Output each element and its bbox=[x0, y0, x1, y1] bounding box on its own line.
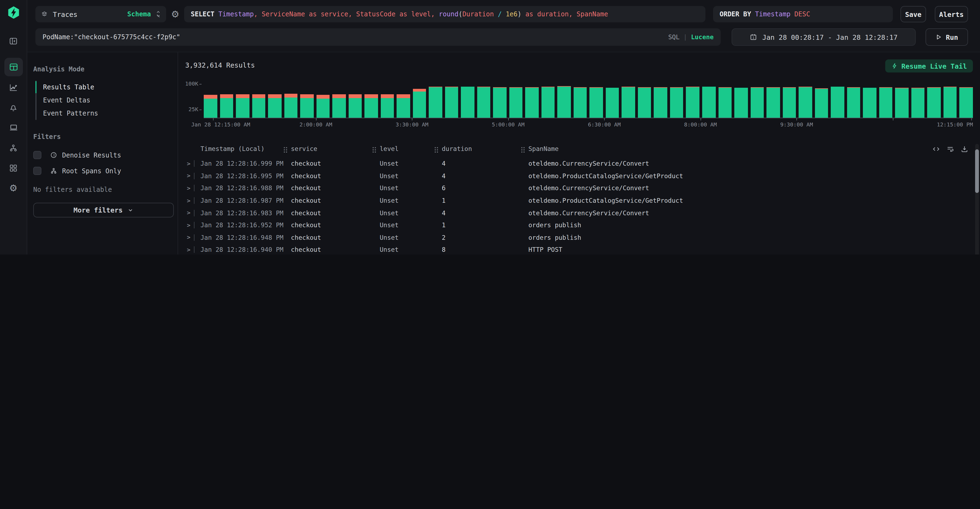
chart-bar[interactable] bbox=[606, 88, 619, 118]
chart-bar[interactable] bbox=[252, 94, 265, 118]
chart-bar[interactable] bbox=[268, 94, 282, 118]
nav-search-table[interactable] bbox=[4, 58, 22, 76]
column-header-service[interactable]: service bbox=[291, 145, 380, 153]
chart-bar[interactable] bbox=[493, 87, 507, 118]
nav-chart-explorer[interactable] bbox=[4, 78, 22, 96]
save-button[interactable]: Save bbox=[900, 6, 926, 22]
chart-bar[interactable] bbox=[380, 94, 394, 118]
table-row[interactable]: >Jan 28 12:28:16.987 PMcheckoutUnset1ote… bbox=[185, 195, 973, 207]
more-filters-button[interactable]: More filters bbox=[33, 203, 174, 217]
chart-bar[interactable] bbox=[734, 88, 748, 118]
chart-bar[interactable] bbox=[959, 87, 973, 118]
collapse-sidebar-button[interactable] bbox=[4, 32, 22, 50]
nav-dashboards[interactable] bbox=[4, 159, 22, 177]
chart-bar[interactable] bbox=[911, 88, 924, 118]
drag-handle-icon[interactable] bbox=[372, 147, 374, 148]
chart-bar[interactable] bbox=[364, 94, 378, 118]
table-row[interactable]: >Jan 28 12:28:16.952 PMcheckoutUnset1ord… bbox=[185, 219, 973, 231]
alerts-button[interactable]: Alerts bbox=[935, 6, 968, 22]
chart-bar[interactable] bbox=[622, 87, 635, 118]
source-settings-gear-icon[interactable]: ⚙ bbox=[171, 10, 180, 19]
analysis-mode-results-table[interactable]: Results Table bbox=[37, 81, 173, 94]
chart-bar[interactable] bbox=[300, 94, 313, 118]
table-row[interactable]: >Jan 28 12:28:16.988 PMcheckoutUnset6ote… bbox=[185, 182, 973, 194]
source-selector[interactable]: Traces Schema bbox=[35, 6, 166, 22]
chart-bar[interactable] bbox=[815, 88, 828, 118]
nav-alerts[interactable] bbox=[4, 98, 22, 116]
table-row[interactable]: >Jan 28 12:28:16.940 PMcheckoutUnset8HTT… bbox=[185, 244, 973, 254]
nav-settings[interactable]: ⚙ bbox=[4, 179, 22, 197]
chart-bar[interactable] bbox=[525, 87, 539, 118]
chart-bar[interactable] bbox=[316, 95, 329, 118]
search-input[interactable]: PodName:"checkout-675775c4cc-f2p9c" SQL … bbox=[35, 28, 721, 46]
chart-bar[interactable] bbox=[895, 88, 908, 118]
drag-handle-icon[interactable] bbox=[521, 147, 522, 148]
view-source-icon[interactable] bbox=[932, 145, 940, 153]
column-header-spanname[interactable]: SpanName bbox=[528, 145, 558, 153]
chart-bar[interactable] bbox=[574, 87, 587, 118]
chart-bar[interactable] bbox=[590, 87, 603, 118]
wrap-lines-icon[interactable] bbox=[946, 145, 955, 153]
chart-bar[interactable] bbox=[783, 87, 796, 118]
run-button[interactable]: Run bbox=[926, 28, 968, 46]
checkbox-hierarchy[interactable] bbox=[33, 167, 41, 175]
analysis-mode-event-patterns[interactable]: Event Patterns bbox=[37, 107, 173, 120]
drag-handle-icon[interactable] bbox=[435, 147, 436, 148]
chart-bar[interactable] bbox=[236, 94, 249, 118]
mode-sql-toggle[interactable]: SQL bbox=[668, 33, 679, 41]
expand-row-chevron-icon[interactable]: > bbox=[187, 172, 194, 180]
chart-bar[interactable] bbox=[686, 87, 700, 118]
chart-bar[interactable] bbox=[509, 87, 523, 118]
chart-bar[interactable] bbox=[284, 94, 298, 118]
date-range-picker[interactable]: 1 Jan 28 00:28:17 - Jan 28 12:28:17 bbox=[732, 28, 916, 46]
chart-bar[interactable] bbox=[943, 87, 956, 118]
mode-lucene-toggle[interactable]: Lucene bbox=[691, 33, 714, 41]
chart-bar[interactable] bbox=[718, 87, 732, 118]
chart-bar[interactable] bbox=[831, 86, 844, 118]
chart-bar[interactable] bbox=[638, 87, 651, 118]
chart-bar[interactable] bbox=[558, 86, 571, 118]
chart-bar[interactable] bbox=[220, 94, 233, 118]
table-row[interactable]: >Jan 28 12:28:16.983 PMcheckoutUnset4ote… bbox=[185, 207, 973, 219]
chart-bar[interactable] bbox=[348, 94, 362, 118]
chart-bar[interactable] bbox=[799, 87, 812, 118]
hyperdx-logo-icon[interactable] bbox=[6, 5, 21, 20]
table-row[interactable]: >Jan 28 12:28:16.999 PMcheckoutUnset4ote… bbox=[185, 158, 973, 170]
analysis-mode-event-deltas[interactable]: Event Deltas bbox=[37, 94, 173, 107]
column-header-timestamp-local-[interactable]: Timestamp (Local) bbox=[200, 145, 291, 153]
expand-row-chevron-icon[interactable]: > bbox=[187, 222, 194, 229]
scrollbar-thumb[interactable] bbox=[975, 149, 979, 193]
chart-bar[interactable] bbox=[204, 95, 217, 118]
scrollbar-track[interactable] bbox=[975, 144, 979, 254]
expand-row-chevron-icon[interactable]: > bbox=[187, 246, 194, 254]
checkbox-denoise[interactable] bbox=[33, 151, 41, 159]
chart-bar[interactable] bbox=[541, 87, 555, 118]
chart-bar[interactable] bbox=[477, 87, 490, 118]
chart-bar[interactable] bbox=[750, 87, 764, 118]
table-row[interactable]: >Jan 28 12:28:16.995 PMcheckoutUnset4ote… bbox=[185, 170, 973, 182]
chart-bar[interactable] bbox=[847, 87, 860, 118]
chart-bar[interactable] bbox=[429, 87, 442, 118]
nav-services[interactable] bbox=[4, 139, 22, 157]
download-icon[interactable] bbox=[960, 145, 969, 153]
column-header-level[interactable]: level bbox=[380, 145, 442, 153]
chart-bar[interactable] bbox=[670, 87, 683, 118]
chart-bar[interactable] bbox=[879, 87, 892, 118]
expand-row-chevron-icon[interactable]: > bbox=[187, 197, 194, 204]
column-header-duration[interactable]: duration bbox=[442, 145, 528, 153]
sql-select-editor[interactable]: SELECT Timestamp, ServiceName as service… bbox=[185, 6, 706, 22]
nav-client-sessions[interactable] bbox=[4, 118, 22, 137]
order-by-editor[interactable]: ORDER BY Timestamp DESC bbox=[713, 6, 893, 22]
chart-bar[interactable] bbox=[461, 86, 474, 118]
chart-bar[interactable] bbox=[445, 87, 458, 118]
chart-bar[interactable] bbox=[332, 94, 346, 118]
chart-bar[interactable] bbox=[702, 86, 716, 118]
chart-bar[interactable] bbox=[863, 88, 876, 118]
expand-row-chevron-icon[interactable]: > bbox=[187, 234, 194, 241]
expand-row-chevron-icon[interactable]: > bbox=[187, 209, 194, 216]
drag-handle-icon[interactable] bbox=[284, 147, 285, 148]
chart-bar[interactable] bbox=[413, 89, 426, 118]
table-row[interactable]: >Jan 28 12:28:16.948 PMcheckoutUnset2ord… bbox=[185, 231, 973, 244]
chart-bar[interactable] bbox=[654, 87, 667, 118]
chart-bar[interactable] bbox=[767, 87, 780, 118]
